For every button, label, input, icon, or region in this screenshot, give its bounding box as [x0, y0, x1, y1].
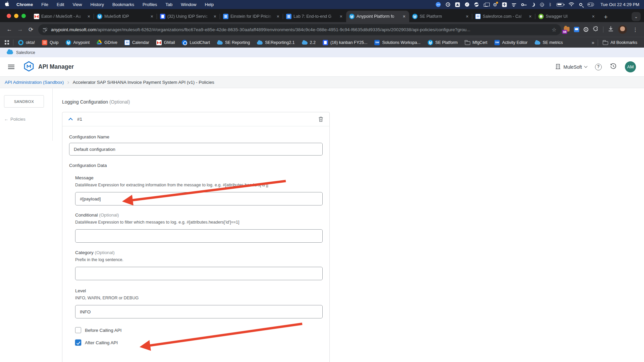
url-text[interactable]: anypoint.mulesoft.com/apimanager/mulesof…: [51, 27, 548, 32]
onepassword-menubar-icon[interactable]: [446, 2, 450, 7]
tab-se-platform[interactable]: SE Platform ×: [409, 11, 472, 22]
okta-verify-menubar-icon[interactable]: ✓: [465, 2, 469, 7]
level-input[interactable]: [75, 305, 323, 318]
tab-lab7[interactable]: Lab 7: End-to-end G ×: [283, 11, 346, 22]
bluetooth-icon[interactable]: ᛒ: [549, 3, 551, 7]
chrome-menu-kebab-icon[interactable]: ⋮: [631, 26, 639, 33]
salesforce-strip-label[interactable]: Salesforce: [16, 50, 35, 55]
close-icon[interactable]: ×: [87, 14, 91, 19]
before-calling-api-checkbox[interactable]: [75, 327, 81, 333]
bookmark-calendar[interactable]: 22Calendar: [124, 40, 149, 45]
tab-search-chevron-button[interactable]: ⌄: [632, 12, 641, 21]
bookmark-activity-editor[interactable]: SWActivity Editor: [494, 40, 528, 45]
back-icon[interactable]: ←: [4, 24, 15, 35]
menu-chrome[interactable]: Chrome: [16, 2, 33, 7]
wifi-icon[interactable]: [569, 2, 574, 7]
display-mirroring-icon[interactable]: [484, 4, 488, 7]
close-icon[interactable]: ×: [465, 14, 469, 19]
category-input[interactable]: [75, 267, 323, 280]
tab-mulesoft-idp[interactable]: MuleSoft IDP ×: [94, 11, 157, 22]
menubar-clock[interactable]: Tue Oct 22 4:29 PM: [600, 2, 639, 7]
tab-anypoint-platform-active[interactable]: Anypoint Platform fo ×: [346, 11, 409, 22]
zscaler-menubar-icon[interactable]: [474, 2, 479, 7]
window-tile-icon[interactable]: [502, 2, 507, 7]
do-not-disturb-moon-icon[interactable]: [531, 3, 535, 7]
extension-folder-icon[interactable]: 68: [564, 27, 570, 32]
tab-salesforce-calendar[interactable]: 22 Salesforce.com - Cal ×: [472, 11, 535, 22]
mulesoft-hexagon-logo[interactable]: [24, 61, 34, 73]
tornado-app-icon[interactable]: [512, 3, 516, 4]
breadcrumb-link-api-administration[interactable]: API Administration (Sandbox): [5, 80, 64, 85]
conditional-input[interactable]: [75, 229, 323, 243]
delete-config-button[interactable]: [318, 116, 323, 122]
forward-icon[interactable]: →: [15, 24, 25, 35]
battery-icon[interactable]: [556, 3, 564, 6]
bookmark-okta[interactable]: okta!: [18, 40, 35, 45]
avatar[interactable]: AM: [625, 61, 636, 72]
close-icon[interactable]: ×: [150, 14, 154, 19]
minimize-window-button[interactable]: [14, 14, 18, 18]
bookmark-star-icon[interactable]: ☆: [552, 26, 556, 33]
close-icon[interactable]: ×: [213, 14, 217, 19]
menu-profiles[interactable]: Profiles: [143, 2, 157, 7]
message-input[interactable]: [75, 192, 323, 205]
bookmark-gmail[interactable]: GMail: [156, 40, 175, 45]
menu-file[interactable]: File: [41, 2, 48, 7]
zoom-menubar-icon[interactable]: zm: [436, 2, 441, 7]
close-icon[interactable]: ×: [276, 14, 280, 19]
bookmark-kanban[interactable]: (16) kanban FY25...: [323, 40, 367, 45]
menu-window[interactable]: Window: [181, 2, 196, 7]
bookmark-anypoint[interactable]: Anypoint: [66, 40, 90, 45]
bookmark-22[interactable]: 2.2: [302, 40, 316, 45]
close-icon[interactable]: ×: [339, 14, 343, 19]
tab-gmail-eaton[interactable]: Eaton / MuleSoft - Au ×: [31, 11, 94, 22]
bookmarks-overflow-icon[interactable]: »: [592, 40, 594, 45]
menu-help[interactable]: Help: [205, 2, 214, 7]
key-icon[interactable]: [521, 3, 524, 6]
collapse-caret-icon[interactable]: [68, 118, 73, 122]
bookmark-quip[interactable]: Quip: [42, 40, 58, 45]
tab-einstein-idp[interactable]: Einstein for IDP Pricin ×: [220, 11, 283, 22]
onepassword-extension-icon[interactable]: [584, 27, 588, 32]
spotlight-search-icon[interactable]: [579, 3, 582, 6]
menu-history[interactable]: History: [90, 2, 104, 7]
extension-notes-icon[interactable]: [574, 27, 579, 32]
menu-bookmarks[interactable]: Bookmarks: [112, 2, 134, 7]
chrome-profile-avatar[interactable]: [618, 25, 627, 34]
reload-icon[interactable]: ⟳: [25, 24, 36, 35]
tab-using-idp[interactable]: (32) Using IDP Servic ×: [157, 11, 220, 22]
new-tab-button[interactable]: +: [601, 12, 610, 22]
close-icon[interactable]: ×: [402, 14, 406, 19]
settings-update-icon[interactable]: ⚙: [493, 2, 497, 7]
close-icon[interactable]: ×: [528, 14, 532, 19]
bookmark-solutions-workspace[interactable]: SWSolutions Workspa...: [374, 40, 420, 45]
control-center-icon[interactable]: [587, 3, 594, 6]
hamburger-menu-icon[interactable]: [8, 65, 14, 69]
apps-grid-icon[interactable]: [5, 40, 9, 45]
bookmark-se-platform[interactable]: SE Platform: [428, 40, 458, 45]
menu-view[interactable]: View: [72, 2, 82, 7]
bookmark-mfgcert-folder[interactable]: MfgCert: [465, 40, 487, 45]
maximize-window-button[interactable]: [21, 14, 26, 18]
history-icon[interactable]: [610, 63, 617, 71]
idp-app-menubar-icon[interactable]: [455, 2, 460, 7]
help-icon[interactable]: ?: [595, 64, 602, 70]
menu-tab[interactable]: Tab: [165, 2, 172, 7]
all-bookmarks[interactable]: All Bookmarks: [603, 40, 637, 45]
downloads-icon[interactable]: [608, 26, 614, 33]
close-window-button[interactable]: [7, 14, 11, 18]
after-calling-api-checkbox[interactable]: [75, 340, 81, 346]
tab-swagger-ui[interactable]: Swagger UI ×: [535, 11, 598, 22]
omnibox[interactable]: anypoint.mulesoft.com/apimanager/mulesof…: [38, 24, 561, 35]
bookmark-se-metrics[interactable]: SE metrics: [535, 40, 563, 45]
bookmark-lucidchart[interactable]: LucidChart: [182, 40, 210, 45]
extensions-puzzle-icon[interactable]: [593, 26, 599, 33]
screen-sharing-icon[interactable]: [540, 3, 544, 7]
close-icon[interactable]: ×: [591, 14, 595, 19]
menu-edit[interactable]: Edit: [57, 2, 64, 7]
environment-button-sandbox[interactable]: SANDBOX: [4, 95, 44, 108]
sidebar-back-policies-link[interactable]: ← Policies: [4, 117, 25, 122]
bookmark-se-reporting[interactable]: SE Reporting: [217, 40, 250, 45]
site-settings-icon[interactable]: [43, 28, 47, 31]
config-name-input[interactable]: [69, 143, 323, 156]
